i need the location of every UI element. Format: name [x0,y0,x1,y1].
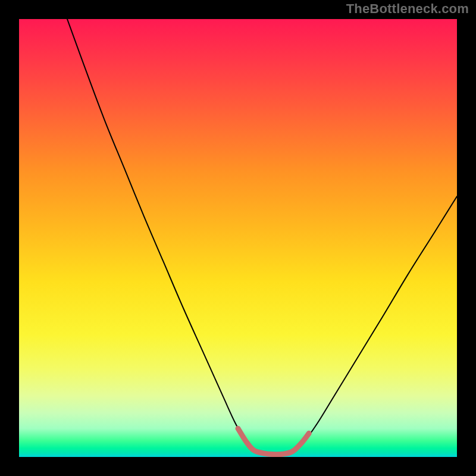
black-curve [67,19,457,455]
curve-svg [19,19,457,457]
watermark-text: TheBottleneck.com [346,1,469,17]
chart-stage: TheBottleneck.com [0,0,476,476]
accent-segment [238,428,309,455]
plot-area [19,19,457,457]
